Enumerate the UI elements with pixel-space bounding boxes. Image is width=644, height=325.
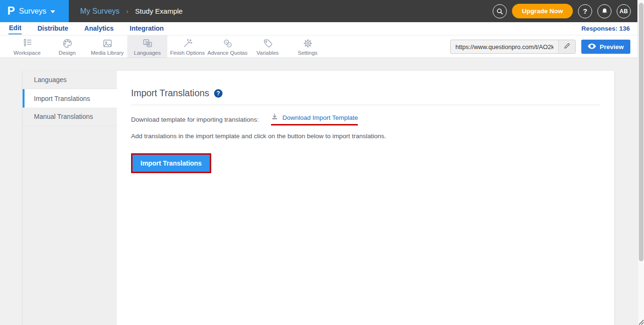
download-icon xyxy=(271,113,278,122)
download-link-highlight: Download Import Template xyxy=(271,113,358,125)
sidebar-item-languages[interactable]: Languages xyxy=(23,71,117,89)
palette-icon xyxy=(62,38,73,49)
toolbar-item-media-library[interactable]: Media Library xyxy=(87,35,127,58)
upgrade-now-button[interactable]: Upgrade Now xyxy=(512,4,573,18)
chain-links-icon xyxy=(222,38,233,49)
tab-edit[interactable]: Edit xyxy=(8,23,22,34)
questionpro-logo: P xyxy=(8,6,15,17)
svg-text:文: 文 xyxy=(144,40,148,44)
edit-toolbar: Workspace Design Media Library 文 xyxy=(0,35,644,58)
edit-url-button[interactable] xyxy=(558,40,575,53)
toolbar-item-languages[interactable]: 文 A Languages xyxy=(127,35,167,58)
annotation-highlight-box: Import Translations xyxy=(131,153,211,173)
search-icon xyxy=(496,8,504,15)
account-avatar[interactable]: AB xyxy=(617,4,631,18)
image-icon xyxy=(102,38,113,49)
tab-analytics[interactable]: Analytics xyxy=(84,23,114,34)
tab-distribute[interactable]: Distribute xyxy=(37,23,68,34)
scrollbar-thumb[interactable] xyxy=(639,3,644,261)
download-template-label: Download template for importing translat… xyxy=(131,116,259,123)
toolbar-item-variables[interactable]: Variables xyxy=(248,35,288,58)
instructions-text: Add translations in the import template … xyxy=(131,133,600,140)
search-button[interactable] xyxy=(493,4,507,18)
import-translations-button[interactable]: Import Translations xyxy=(132,155,210,172)
product-name: Surveys xyxy=(19,7,46,16)
translate-icon: 文 A xyxy=(142,38,153,49)
toolbar-item-finish-options[interactable]: Finish Options xyxy=(167,35,207,58)
preview-button[interactable]: Preview xyxy=(581,40,630,54)
languages-sidebar: Languages Import Translations Manual Tra… xyxy=(23,71,117,325)
toolbar-item-design[interactable]: Design xyxy=(47,35,87,58)
tab-integration[interactable]: Integration xyxy=(129,23,164,34)
notifications-button[interactable] xyxy=(597,4,611,18)
sidebar-item-manual-translations[interactable]: Manual Translations xyxy=(23,108,117,126)
breadcrumb-current-survey: Study Example xyxy=(135,7,183,15)
workspace-icon xyxy=(22,38,33,49)
import-translations-panel: Import Translations ? Download template … xyxy=(117,71,614,325)
responses-count[interactable]: Responses: 136 xyxy=(581,25,630,32)
tag-icon xyxy=(262,38,273,49)
breadcrumb-separator-icon: › xyxy=(126,7,129,15)
breadcrumb-my-surveys[interactable]: My Surveys xyxy=(80,7,120,16)
survey-url-box xyxy=(450,40,576,54)
question-mark-icon: ? xyxy=(583,7,587,15)
magic-wand-icon xyxy=(182,38,193,49)
help-badge-icon[interactable]: ? xyxy=(214,89,223,98)
breadcrumb: My Surveys › Study Example xyxy=(80,0,182,22)
topbar: P Surveys My Surveys › Study Example Upg… xyxy=(0,0,644,22)
toolbar-item-advance-quotas[interactable]: Advance Quotas xyxy=(207,35,248,58)
bell-icon xyxy=(601,8,608,15)
avatar-initials: AB xyxy=(619,8,628,15)
content-area: Languages Import Translations Manual Tra… xyxy=(0,58,637,325)
chevron-down-icon xyxy=(50,10,55,13)
topbar-actions: Upgrade Now ? AB xyxy=(493,0,631,22)
svg-text:A: A xyxy=(148,42,150,46)
toolbar-item-workspace[interactable]: Workspace xyxy=(7,35,47,58)
gear-icon xyxy=(302,38,314,49)
toolbar-right: Preview xyxy=(450,35,630,58)
sidebar-item-import-translations[interactable]: Import Translations xyxy=(23,89,117,108)
languages-card: Languages Import Translations Manual Tra… xyxy=(23,71,614,325)
page-title: Import Translations xyxy=(131,88,209,99)
vertical-scrollbar[interactable] xyxy=(637,0,644,325)
resize-grip[interactable] xyxy=(639,320,644,325)
survey-nav-tabs: Edit Distribute Analytics Integration Re… xyxy=(0,22,644,35)
eye-icon xyxy=(588,43,596,50)
survey-url-input[interactable] xyxy=(451,40,558,53)
divider xyxy=(131,105,600,105)
help-button[interactable]: ? xyxy=(578,4,592,18)
toolbar-item-settings[interactable]: Settings xyxy=(288,35,328,58)
download-import-template-link[interactable]: Download Import Template xyxy=(282,114,358,121)
pencil-icon xyxy=(563,42,570,51)
product-switcher[interactable]: P Surveys xyxy=(0,0,69,22)
